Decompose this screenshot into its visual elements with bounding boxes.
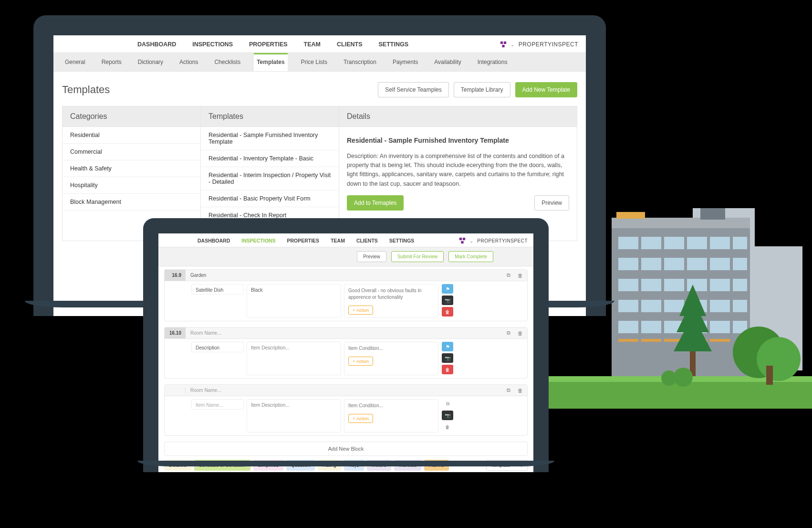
subtab-general[interactable]: General	[62, 53, 88, 71]
item-condition-input[interactable]: Item Condition... + Action	[344, 399, 438, 433]
svg-rect-34	[687, 321, 707, 333]
room-name-input[interactable]: Room Name...	[186, 385, 503, 396]
nav-clients[interactable]: CLIENTS	[337, 41, 362, 48]
copy-icon[interactable]: ⧉	[442, 399, 453, 409]
copy-icon[interactable]: ⧉	[503, 328, 514, 338]
svg-rect-13	[618, 258, 638, 270]
room-name-input[interactable]: Room Name...	[186, 327, 503, 338]
item-description-input[interactable]: Black	[247, 284, 341, 317]
self-service-button[interactable]: Self Service Teamples	[378, 82, 449, 97]
template-row[interactable]: Residential - Sample Furnished Inventory…	[201, 127, 339, 150]
front-laptop-base	[137, 461, 554, 466]
nav-team[interactable]: TEAM	[331, 238, 345, 243]
editor-block: Room Name... ⧉ 🗑 Item Name... Item Descr…	[164, 384, 528, 436]
nav-clients[interactable]: CLIENTS	[356, 238, 378, 243]
item-description-input[interactable]: Item Description...	[247, 399, 341, 433]
subtab-templates[interactable]: Templates	[254, 53, 287, 71]
svg-marker-48	[677, 299, 709, 332]
category-row[interactable]: Commercial	[62, 144, 200, 160]
add-to-templates-button[interactable]: Add to Temaples	[347, 195, 404, 211]
category-row[interactable]: Residential	[62, 127, 200, 144]
front-topnav: DASHBOARD INSPECTIONS PROPERTIES TEAM CL…	[158, 233, 533, 247]
add-action-button[interactable]: + Action	[348, 357, 373, 366]
chevron-down-icon[interactable]: ⌄	[510, 42, 515, 47]
brand-icon	[459, 237, 466, 244]
item-description-input[interactable]: Item Description...	[247, 342, 341, 375]
brand-label[interactable]: PROPERTYINSPECT	[477, 238, 528, 243]
subtab-availability[interactable]: Availability	[431, 53, 464, 71]
camera-icon[interactable]: 📷	[442, 353, 453, 363]
svg-point-44	[733, 327, 784, 378]
svg-rect-5	[616, 212, 645, 219]
template-library-button[interactable]: Template Library	[454, 82, 510, 97]
preview-button[interactable]: Preview	[534, 195, 569, 211]
brand-icon	[500, 41, 507, 48]
add-new-template-button[interactable]: Add New Template	[515, 82, 578, 97]
add-action-button[interactable]: + Action	[348, 414, 373, 423]
chevron-down-icon[interactable]: ⌄	[469, 238, 474, 243]
flag-icon[interactable]: ⚑	[442, 284, 453, 294]
flag-icon[interactable]: ⚑	[442, 342, 453, 351]
subtab-checklists[interactable]: Checklists	[211, 53, 243, 71]
subtab-actions[interactable]: Actions	[177, 53, 201, 71]
nav-team[interactable]: TEAM	[304, 41, 321, 48]
camera-icon[interactable]: 📷	[442, 296, 453, 305]
brand-label[interactable]: PROPERTYINSPECT	[519, 41, 578, 48]
mark-complete-button[interactable]: Mark Complete	[448, 251, 493, 262]
svg-rect-1	[755, 246, 802, 370]
copy-icon[interactable]: ⧉	[503, 386, 514, 395]
nav-dashboard[interactable]: DASHBOARD	[137, 41, 176, 48]
svg-rect-9	[664, 237, 684, 249]
nav-properties[interactable]: PROPERTIES	[287, 238, 319, 243]
copy-icon[interactable]: ⧉	[503, 271, 514, 280]
details-header: Details	[339, 106, 577, 127]
nav-inspections[interactable]: INSPECTIONS	[241, 238, 275, 243]
category-row[interactable]: Hospitality	[62, 177, 200, 194]
add-new-block-button[interactable]: Add New Block	[164, 442, 528, 456]
template-row[interactable]: Residential - Inventory Template - Basic	[201, 150, 339, 167]
item-condition-input[interactable]: Item Condition... + Action	[344, 342, 438, 375]
trash-icon[interactable]: 🗑	[442, 422, 453, 432]
template-row[interactable]: Residential - Interim Inspection / Prope…	[201, 167, 339, 190]
delete-icon[interactable]: 🗑	[442, 307, 453, 317]
categories-header: Categories	[62, 106, 200, 127]
subtab-reports[interactable]: Reports	[99, 53, 125, 71]
editor: 16.9 Garden ⧉ 🗑 Satellite Dish Black Goo…	[158, 266, 533, 472]
category-row[interactable]: Block Management	[62, 194, 200, 211]
camera-icon[interactable]: 📷	[442, 411, 453, 420]
delete-icon[interactable]: 🗑	[442, 365, 453, 374]
template-row[interactable]: Residential - Basic Property Visit Form	[201, 190, 339, 207]
svg-rect-58	[461, 241, 463, 243]
submit-review-button[interactable]: Submit For Review	[391, 251, 444, 262]
svg-rect-21	[664, 279, 684, 291]
templates-header: Templates	[201, 106, 339, 127]
svg-rect-24	[733, 279, 747, 291]
room-name-input[interactable]: Garden	[186, 270, 503, 281]
nav-inspections[interactable]: INSPECTIONS	[192, 41, 233, 48]
category-row[interactable]: Health & Safety	[62, 160, 200, 177]
subtab-integrations[interactable]: Integrations	[475, 53, 510, 71]
trash-icon[interactable]: 🗑	[515, 386, 525, 395]
svg-rect-27	[664, 300, 684, 312]
back-topnav: DASHBOARD INSPECTIONS PROPERTIES TEAM CL…	[53, 35, 586, 53]
nav-dashboard[interactable]: DASHBOARD	[198, 238, 230, 243]
item-name-input[interactable]: Item Name...	[191, 399, 244, 410]
subtab-transcription[interactable]: Transcription	[341, 53, 379, 71]
subtab-dictionary[interactable]: Dictionary	[135, 53, 166, 71]
item-condition-input[interactable]: Good Overall - no obvious faults in appe…	[344, 284, 438, 318]
svg-rect-4	[612, 218, 750, 228]
nav-settings[interactable]: SETTINGS	[378, 41, 408, 48]
preview-button[interactable]: Preview	[357, 251, 386, 262]
trash-icon[interactable]: 🗑	[515, 328, 525, 338]
trash-icon[interactable]: 🗑	[515, 271, 525, 280]
svg-rect-23	[710, 279, 730, 291]
item-name-input[interactable]: Satellite Dish	[191, 284, 244, 295]
item-name-input[interactable]: Description	[191, 342, 244, 352]
nav-settings[interactable]: SETTINGS	[389, 238, 415, 243]
svg-rect-0	[693, 208, 755, 370]
add-action-button[interactable]: + Action	[348, 306, 373, 315]
subtab-payments[interactable]: Payments	[390, 53, 421, 71]
nav-properties[interactable]: PROPERTIES	[249, 41, 288, 48]
svg-rect-15	[664, 258, 684, 270]
subtab-pricelists[interactable]: Price Lists	[298, 53, 330, 71]
